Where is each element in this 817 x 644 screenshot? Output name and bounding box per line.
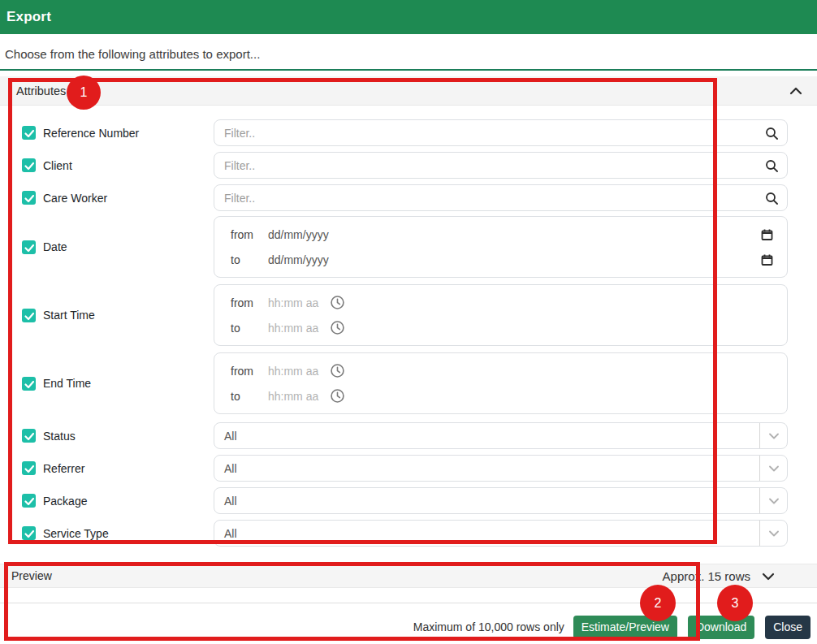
time-range-box: from hh:mm aa to hh:mm aa (214, 352, 788, 414)
search-icon[interactable] (765, 127, 778, 140)
chevron-down-icon[interactable] (759, 521, 787, 546)
attribute-row-start-time: Start Time from hh:mm aa to hh:mm aa (0, 284, 788, 346)
time-to-input[interactable]: hh:mm aa (268, 322, 318, 335)
preview-section-header[interactable]: Preview Approx. 15 rows (0, 564, 817, 588)
time-to-input[interactable]: hh:mm aa (268, 390, 318, 403)
time-from-row[interactable]: from hh:mm aa (214, 358, 787, 383)
max-rows-note: Maximum of 10,000 rows only (413, 620, 564, 633)
attribute-label: Service Type (43, 527, 109, 540)
attribute-row-end-time: End Time from hh:mm aa to hh:mm aa (0, 352, 788, 414)
to-label: to (231, 390, 268, 403)
service-type-select[interactable]: All (214, 520, 788, 547)
time-from-input[interactable]: hh:mm aa (268, 365, 318, 378)
attribute-row-service-type: Service Type All (0, 520, 788, 547)
filter-input-care-worker[interactable] (214, 184, 788, 211)
clock-icon[interactable] (331, 389, 344, 403)
attribute-row-care-worker: Care Worker (0, 184, 788, 211)
checkbox-care-worker[interactable] (22, 191, 36, 205)
search-icon[interactable] (765, 192, 778, 205)
attribute-label: Care Worker (43, 192, 107, 205)
checkbox-service-type[interactable] (22, 526, 36, 540)
clock-icon[interactable] (331, 321, 344, 335)
row-estimate: Approx. 15 rows (663, 569, 750, 583)
attributes-body: Reference Number Client Care Worker (0, 106, 817, 552)
footer-divider (0, 603, 817, 603)
attribute-label: Referrer (43, 462, 84, 475)
time-from-row[interactable]: from hh:mm aa (214, 290, 787, 315)
date-to-row[interactable]: to dd/mm/yyyy (214, 247, 787, 272)
estimate-preview-button[interactable]: Estimate/Preview (573, 616, 677, 639)
date-from-row[interactable]: from dd/mm/yyyy (214, 222, 787, 247)
attribute-label: Status (43, 430, 76, 443)
attribute-row-package: Package All (0, 487, 788, 514)
from-label: from (231, 228, 268, 241)
attribute-row-client: Client (0, 152, 788, 179)
checkbox-reference-number[interactable] (22, 126, 36, 140)
to-label: to (231, 253, 268, 266)
checkbox-start-time[interactable] (22, 309, 36, 322)
attribute-label: Date (43, 240, 67, 253)
attribute-row-referrer: Referrer All (0, 455, 788, 482)
dialog-header: Export (0, 0, 817, 34)
dialog-title: Export (6, 9, 51, 25)
attribute-row-date: Date from dd/mm/yyyy to dd/mm/yyyy (0, 216, 788, 278)
attribute-label: Start Time (43, 309, 95, 322)
date-from-input[interactable]: dd/mm/yyyy (268, 228, 329, 241)
attribute-label: End Time (43, 377, 91, 390)
chevron-down-icon[interactable] (759, 423, 787, 448)
search-icon[interactable] (765, 159, 778, 172)
select-value: All (224, 462, 237, 475)
checkbox-referrer[interactable] (22, 461, 36, 475)
chevron-down-icon[interactable] (759, 456, 787, 481)
checkbox-client[interactable] (22, 158, 36, 172)
chevron-down-icon[interactable] (762, 571, 775, 581)
to-label: to (231, 322, 268, 335)
time-from-input[interactable]: hh:mm aa (268, 296, 318, 309)
dialog-subtitle: Choose from the following attributes to … (5, 47, 260, 61)
checkbox-end-time[interactable] (22, 377, 36, 391)
attribute-row-status: Status All (0, 422, 788, 449)
filter-input-reference-number[interactable] (214, 119, 788, 146)
status-select[interactable]: All (214, 422, 788, 449)
select-value: All (224, 527, 237, 540)
attribute-label: Reference Number (43, 127, 139, 140)
export-dialog: Export Choose from the following attribu… (0, 0, 817, 644)
date-to-input[interactable]: dd/mm/yyyy (268, 253, 329, 266)
package-select[interactable]: All (214, 487, 788, 514)
clock-icon[interactable] (331, 364, 344, 378)
time-to-row[interactable]: to hh:mm aa (214, 315, 787, 340)
chevron-down-icon[interactable] (759, 488, 787, 513)
attributes-section-header[interactable]: Attributes (0, 76, 817, 106)
time-to-row[interactable]: to hh:mm aa (214, 383, 787, 408)
attributes-title: Attributes (16, 84, 66, 97)
close-button[interactable]: Close (765, 616, 811, 639)
checkbox-date[interactable] (22, 240, 36, 254)
select-value: All (224, 430, 237, 443)
date-range-box: from dd/mm/yyyy to dd/mm/yyyy (214, 216, 788, 278)
checkbox-status[interactable] (22, 429, 36, 443)
preview-title: Preview (11, 569, 52, 582)
select-value: All (224, 495, 237, 508)
calendar-icon[interactable] (761, 253, 773, 266)
attribute-row-reference-number: Reference Number (0, 119, 788, 146)
referrer-select[interactable]: All (214, 455, 788, 482)
chevron-up-icon[interactable] (789, 86, 802, 96)
from-label: from (231, 296, 268, 309)
dialog-footer: Maximum of 10,000 rows only Estimate/Pre… (413, 615, 811, 639)
attribute-label: Package (43, 495, 87, 508)
checkbox-package[interactable] (22, 494, 36, 508)
from-label: from (231, 365, 268, 378)
calendar-icon[interactable] (761, 228, 773, 240)
clock-icon[interactable] (331, 296, 344, 309)
download-button[interactable]: Download (688, 616, 754, 639)
time-range-box: from hh:mm aa to hh:mm aa (214, 284, 788, 346)
attribute-label: Client (43, 159, 72, 172)
divider (0, 69, 817, 71)
filter-input-client[interactable] (214, 152, 788, 179)
